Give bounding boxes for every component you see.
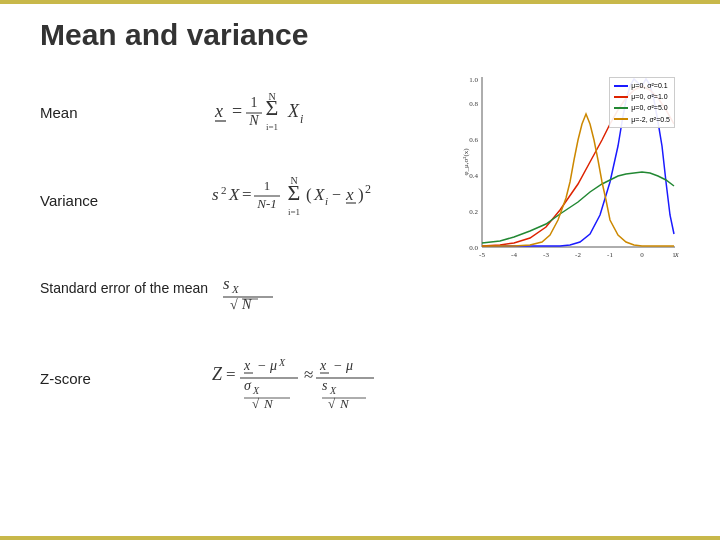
z-score-section: Z-score Z = x − μ X σ X bbox=[40, 346, 680, 411]
svg-text:X: X bbox=[252, 385, 260, 396]
bottom-border bbox=[0, 536, 720, 540]
svg-text:μ: μ bbox=[269, 358, 277, 373]
svg-text:x: x bbox=[319, 358, 327, 373]
variance-label: Variance bbox=[40, 192, 200, 209]
z-score-formula-svg: Z = x − μ X σ X √ N bbox=[210, 346, 530, 411]
svg-text:√: √ bbox=[252, 396, 260, 411]
svg-text:X: X bbox=[329, 385, 337, 396]
mean-section: Mean x = 1 N N Σ i=1 X i bbox=[40, 82, 680, 142]
svg-text:i: i bbox=[325, 195, 328, 207]
svg-text:μ: μ bbox=[345, 358, 353, 373]
svg-text:s: s bbox=[322, 378, 328, 393]
std-error-section: Standard error of the mean s X √ N bbox=[40, 258, 680, 318]
svg-text:i=1: i=1 bbox=[288, 207, 300, 217]
svg-text:i=1: i=1 bbox=[266, 122, 278, 132]
mean-formula: x = 1 N N Σ i=1 X i bbox=[210, 85, 390, 140]
svg-text:X: X bbox=[278, 357, 286, 368]
variance-formula-svg: s 2 X = 1 N-1 N Σ i=1 ( X i − x ) bbox=[210, 170, 470, 230]
svg-text:i: i bbox=[300, 112, 303, 126]
svg-text:N: N bbox=[248, 113, 259, 128]
variance-formula: s 2 X = 1 N-1 N Σ i=1 ( X i − x ) bbox=[210, 170, 470, 230]
svg-text:Σ: Σ bbox=[266, 95, 279, 120]
svg-text:2: 2 bbox=[365, 182, 371, 196]
mean-label: Mean bbox=[40, 104, 200, 121]
svg-text:1: 1 bbox=[251, 95, 258, 110]
svg-text:N: N bbox=[263, 396, 274, 411]
svg-text:s: s bbox=[212, 185, 219, 204]
svg-text:X: X bbox=[287, 101, 300, 121]
content-area: Mean x = 1 N N Σ i=1 X i bbox=[40, 72, 680, 520]
svg-text:=: = bbox=[242, 185, 252, 204]
svg-text:1: 1 bbox=[264, 178, 271, 193]
svg-text:2: 2 bbox=[221, 184, 227, 196]
svg-text:−: − bbox=[258, 358, 266, 373]
std-error-label: Standard error of the mean bbox=[40, 280, 208, 296]
svg-text:(: ( bbox=[306, 185, 312, 204]
svg-text:=: = bbox=[232, 101, 242, 121]
svg-text:√: √ bbox=[230, 297, 238, 312]
svg-text:Z: Z bbox=[212, 364, 223, 384]
mean-formula-svg: x = 1 N N Σ i=1 X i bbox=[210, 85, 390, 140]
svg-text:≈: ≈ bbox=[304, 365, 313, 384]
page-title: Mean and variance bbox=[40, 18, 308, 52]
svg-text:−: − bbox=[332, 186, 341, 203]
std-error-formula-svg: s X √ N bbox=[218, 263, 308, 313]
svg-text:=: = bbox=[226, 365, 236, 384]
variance-section: Variance s 2 X = 1 N-1 N Σ i=1 ( X bbox=[40, 170, 680, 230]
svg-text:N: N bbox=[339, 396, 350, 411]
z-score-formula: Z = x − μ X σ X √ N bbox=[210, 346, 530, 411]
svg-text:√: √ bbox=[328, 396, 336, 411]
svg-text:X: X bbox=[231, 283, 240, 295]
svg-text:x: x bbox=[243, 358, 251, 373]
svg-text:s: s bbox=[223, 274, 230, 293]
z-score-label: Z-score bbox=[40, 370, 200, 387]
svg-text:): ) bbox=[358, 185, 364, 204]
svg-text:X: X bbox=[313, 185, 325, 204]
svg-text:x: x bbox=[345, 185, 354, 204]
svg-text:σ: σ bbox=[244, 378, 252, 393]
svg-text:X: X bbox=[228, 185, 240, 204]
svg-text:N-1: N-1 bbox=[256, 196, 277, 211]
svg-text:−: − bbox=[334, 358, 342, 373]
svg-text:Σ: Σ bbox=[288, 180, 301, 205]
svg-text:x: x bbox=[214, 101, 223, 121]
top-border bbox=[0, 0, 720, 4]
std-error-formula: s X √ N bbox=[218, 263, 308, 313]
